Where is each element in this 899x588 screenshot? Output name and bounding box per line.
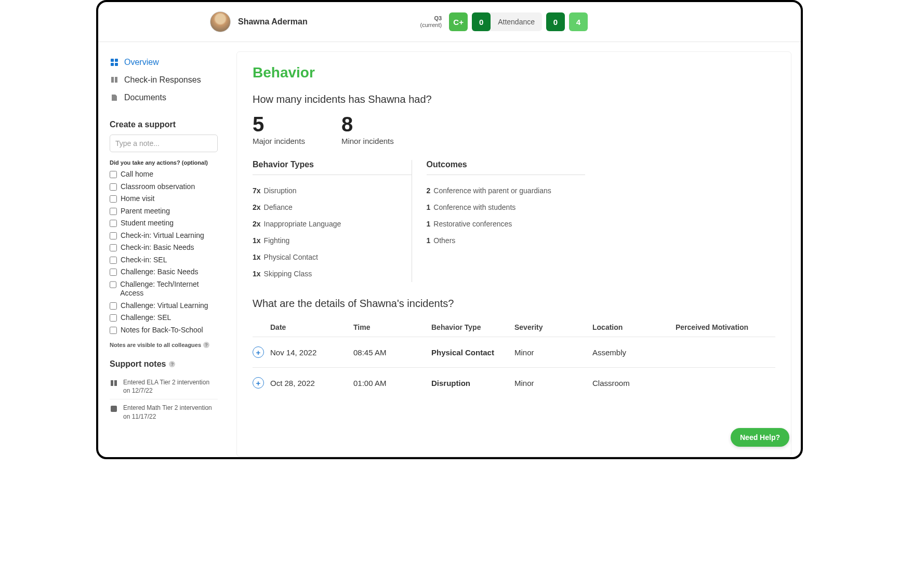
support-note-entry[interactable]: Entered Math Tier 2 intervention on 11/1… — [110, 399, 218, 424]
calculator-icon — [110, 405, 118, 414]
nav-checkin[interactable]: Check-in Responses — [110, 71, 218, 89]
action-checkbox-row[interactable]: Challenge: Basic Needs — [110, 268, 218, 277]
action-checkbox-row[interactable]: Home visit — [110, 194, 218, 204]
major-label: Major incidents — [253, 137, 305, 145]
cell-type: Physical Contact — [431, 348, 514, 357]
summary-columns: Behavior Types 7xDisruption2xDefiance2xI… — [253, 160, 585, 282]
help-icon[interactable]: ? — [203, 342, 209, 348]
action-checkbox-row[interactable]: Student meeting — [110, 219, 218, 228]
outcome-count: 1 — [427, 236, 431, 245]
action-checkbox[interactable] — [110, 244, 117, 251]
action-checkbox[interactable] — [110, 208, 117, 215]
major-incidents-stat: 5 Major incidents — [253, 114, 305, 145]
action-label: Home visit — [121, 194, 154, 204]
action-label: Challenge: SEL — [121, 313, 171, 323]
action-checkbox-row[interactable]: Notes for Back-To-School — [110, 326, 218, 335]
support-note-text: Entered ELA Tier 2 intervention on 12/7/… — [123, 378, 218, 395]
action-checkbox[interactable] — [110, 220, 117, 227]
action-checkbox-row[interactable]: Classroom observation — [110, 182, 218, 192]
action-checkbox-row[interactable]: Call home — [110, 170, 218, 179]
grade-tile[interactable]: C+ — [449, 12, 468, 31]
action-label: Challenge: Basic Needs — [121, 268, 198, 277]
action-checkbox[interactable] — [110, 281, 116, 288]
details-question: What are the details of Shawna's inciden… — [253, 298, 775, 310]
behavior-type-count: 2x — [253, 220, 261, 228]
table-row: +Nov 14, 202208:45 AMPhysical ContactMin… — [253, 337, 775, 367]
outcome-label: Others — [433, 236, 455, 245]
action-checkbox[interactable] — [110, 195, 117, 203]
action-checkbox[interactable] — [110, 183, 117, 191]
stat-tile-a[interactable]: 0 — [546, 12, 565, 31]
visibility-note: Notes are visible to all colleagues ? — [110, 342, 218, 348]
outcome-count: 1 — [427, 203, 431, 211]
action-checkbox-row[interactable]: Check-in: Basic Needs — [110, 243, 218, 252]
behavior-type-row: 2xInappropriate Language — [253, 216, 412, 232]
action-checkbox[interactable] — [110, 171, 117, 178]
outcome-row: 1Restorative conferences — [427, 216, 586, 232]
header: Shawna Aderman Q3 (current) C+ 0 Attenda… — [98, 2, 801, 42]
main-panel: Behavior How many incidents has Shawna h… — [236, 51, 791, 457]
nav-documents-label: Documents — [124, 93, 166, 102]
action-checkbox[interactable] — [110, 302, 117, 310]
action-label: Student meeting — [121, 219, 174, 228]
col-severity: Severity — [514, 323, 592, 331]
action-label: Challenge: Tech/Internet Access — [120, 280, 218, 298]
support-note-entry[interactable]: Entered ELA Tier 2 intervention on 12/7/… — [110, 374, 218, 399]
behavior-type-label: Disruption — [264, 186, 297, 195]
action-checkbox-row[interactable]: Parent meeting — [110, 207, 218, 216]
behavior-type-count: 1x — [253, 253, 261, 261]
action-checkbox[interactable] — [110, 232, 117, 239]
action-checkbox[interactable] — [110, 314, 117, 322]
svg-rect-2 — [111, 63, 114, 66]
cell-date: Oct 28, 2022 — [270, 379, 353, 387]
cell-time: 01:00 AM — [353, 379, 431, 387]
stat-tile-b[interactable]: 4 — [569, 12, 588, 31]
cell-severity: Minor — [514, 379, 592, 387]
action-label: Notes for Back-To-School — [121, 326, 203, 335]
expand-button[interactable]: + — [253, 346, 264, 358]
expand-button[interactable]: + — [253, 377, 264, 389]
action-checkbox-row[interactable]: Challenge: SEL — [110, 313, 218, 323]
col-time: Time — [353, 323, 431, 331]
behavior-type-row: 7xDisruption — [253, 182, 412, 199]
outcome-row: 2Conference with parent or guardians — [427, 182, 586, 199]
note-input[interactable] — [110, 135, 218, 152]
col-date: Date — [270, 323, 353, 331]
cell-location: Assembly — [592, 348, 676, 357]
action-checkbox[interactable] — [110, 257, 117, 264]
outcomes-heading: Outcomes — [427, 160, 586, 175]
action-checkbox-row[interactable]: Challenge: Tech/Internet Access — [110, 280, 218, 298]
nav-overview-label: Overview — [124, 58, 159, 67]
svg-rect-0 — [111, 59, 114, 62]
action-checkbox[interactable] — [110, 269, 117, 276]
outcome-label: Conference with parent or guardians — [433, 186, 551, 195]
quarter-sublabel: (current) — [420, 22, 442, 29]
nav-documents[interactable]: Documents — [110, 89, 218, 106]
attendance-left-tile[interactable]: 0 — [472, 12, 491, 31]
incidents-table-body: +Nov 14, 202208:45 AMPhysical ContactMin… — [253, 337, 775, 398]
help-icon[interactable]: ? — [169, 361, 175, 367]
behavior-type-label: Skipping Class — [264, 270, 312, 278]
need-help-button[interactable]: Need Help? — [731, 428, 789, 447]
minor-incidents-stat: 8 Minor incidents — [341, 114, 394, 145]
action-checkbox-row[interactable]: Check-in: Virtual Learning — [110, 231, 218, 240]
book-icon — [110, 379, 118, 389]
col-location: Location — [592, 323, 676, 331]
incidents-question: How many incidents has Shawna had? — [253, 93, 775, 105]
support-notes-list: Entered ELA Tier 2 intervention on 12/7/… — [110, 374, 218, 425]
actions-list: Call homeClassroom observationHome visit… — [110, 170, 218, 335]
svg-rect-3 — [115, 63, 118, 66]
action-checkbox[interactable] — [110, 327, 117, 334]
student-block: Shawna Aderman — [210, 11, 308, 32]
major-count: 5 — [253, 114, 305, 135]
minor-count: 8 — [341, 114, 394, 135]
behavior-type-count: 7x — [253, 186, 261, 195]
nav-overview[interactable]: Overview — [110, 54, 218, 71]
behavior-type-row: 1xSkipping Class — [253, 265, 412, 282]
action-checkbox-row[interactable]: Check-in: SEL — [110, 256, 218, 265]
sidebar: Overview Check-in Responses Documents Cr… — [98, 42, 227, 457]
incident-stats: 5 Major incidents 8 Minor incidents — [253, 114, 775, 145]
behavior-type-label: Fighting — [264, 236, 290, 245]
avatar[interactable] — [210, 11, 231, 32]
action-checkbox-row[interactable]: Challenge: Virtual Learning — [110, 301, 218, 311]
